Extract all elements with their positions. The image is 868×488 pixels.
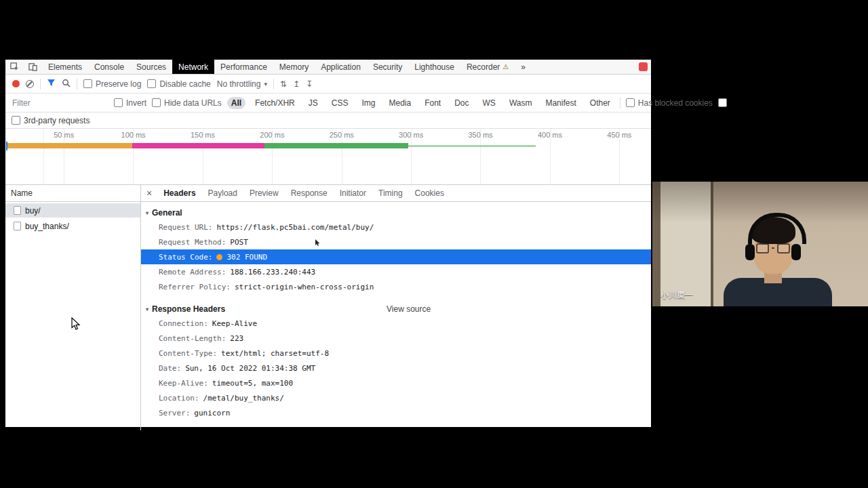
filter-input[interactable]	[11, 98, 108, 108]
header-label: Connection:	[159, 319, 208, 328]
timeline-tick: 250 ms	[307, 131, 376, 139]
devtools-tabbar: Elements Console Sources Network Perform…	[5, 60, 651, 75]
header-label: Location:	[159, 394, 199, 403]
filter-pill-fetch-xhr[interactable]: Fetch/XHR	[251, 97, 299, 109]
filter-pill-js[interactable]: JS	[304, 97, 322, 109]
tab-elements[interactable]: Elements	[42, 60, 88, 74]
tab-network[interactable]: Network	[172, 60, 214, 74]
section-gap	[141, 294, 651, 302]
invert-label: Invert	[126, 98, 146, 108]
third-party-row: 3rd-party requests	[5, 113, 651, 129]
document-icon	[14, 222, 21, 230]
timeline-tick: 450 ms	[585, 131, 651, 139]
export-har-icon[interactable]: ↧	[306, 80, 313, 88]
request-row-buy[interactable]: buy/	[5, 203, 140, 218]
devtools-window: Elements Console Sources Network Perform…	[5, 60, 651, 427]
third-party-checkbox[interactable]: 3rd-party requests	[12, 116, 90, 125]
timeline-ruler: 50 ms 100 ms 150 ms 200 ms 250 ms 300 ms…	[5, 131, 651, 139]
filter-pill-css[interactable]: CSS	[328, 97, 353, 109]
detail-tab-initiator[interactable]: Initiator	[334, 185, 372, 201]
network-filter-bar: Invert Hide data URLs All Fetch/XHR JS C…	[5, 94, 651, 113]
response-headers-section-header[interactable]: ▾ Response Headers View source	[141, 302, 651, 316]
status-code-row[interactable]: Status Code: 302 FOUND	[141, 249, 651, 264]
header-row: Request URL: https://flask.pc5bai.com/me…	[141, 220, 651, 235]
detail-tab-headers[interactable]: Headers	[157, 185, 201, 201]
checkbox-box	[12, 116, 20, 125]
error-badge[interactable]	[639, 62, 648, 71]
detail-tab-timing[interactable]: Timing	[372, 185, 409, 201]
checkbox-box	[718, 98, 727, 107]
filter-pill-ws[interactable]: WS	[479, 97, 500, 109]
hide-data-urls-checkbox[interactable]: Hide data URLs	[152, 98, 222, 108]
header-value: 302 FOUND	[226, 253, 267, 262]
more-tabs-chevron[interactable]: »	[515, 60, 532, 74]
separator	[77, 79, 77, 89]
device-toolbar-icon[interactable]	[24, 60, 42, 74]
checkbox-box	[152, 98, 161, 107]
tab-application[interactable]: Application	[315, 60, 367, 74]
search-icon[interactable]	[62, 79, 71, 89]
clear-button[interactable]	[26, 80, 34, 88]
requests-column-header[interactable]: Name	[5, 185, 140, 202]
tab-sources[interactable]: Sources	[130, 60, 172, 74]
detail-tab-preview[interactable]: Preview	[243, 185, 285, 201]
record-button[interactable]	[12, 80, 20, 87]
inspect-icon[interactable]	[5, 60, 24, 74]
glasses-lens	[756, 243, 769, 253]
detail-tab-payload[interactable]: Payload	[202, 185, 243, 201]
checkbox-box	[147, 79, 156, 88]
header-row: Server: gunicorn	[141, 405, 651, 420]
glasses-lens	[777, 243, 790, 253]
tab-console[interactable]: Console	[88, 60, 130, 74]
filter-pill-font[interactable]: Font	[420, 97, 445, 109]
header-value: https://flask.pc5bai.com/metal/buy/	[216, 223, 374, 232]
header-value: timeout=5, max=100	[212, 379, 293, 388]
waterfall-bar-request	[132, 143, 264, 148]
view-source-button[interactable]: View source	[387, 304, 431, 314]
detail-tab-cookies[interactable]: Cookies	[409, 185, 450, 201]
filter-pill-doc[interactable]: Doc	[450, 97, 473, 109]
throttling-select[interactable]: No throttling ▾	[217, 79, 267, 89]
header-label: Remote Address:	[159, 268, 226, 277]
general-section-header[interactable]: ▾ General	[141, 206, 651, 220]
invert-checkbox[interactable]: Invert	[114, 98, 146, 108]
header-row: Referrer Policy: strict-origin-when-cros…	[141, 279, 651, 294]
filter-pill-all[interactable]: All	[227, 97, 245, 109]
screen: Elements Console Sources Network Perform…	[0, 0, 868, 488]
network-overview[interactable]: 50 ms 100 ms 150 ms 200 ms 250 ms 300 ms…	[5, 129, 651, 185]
request-row-buy-thanks[interactable]: buy_thanks/	[5, 219, 140, 233]
filter-pill-manifest[interactable]: Manifest	[541, 97, 580, 109]
request-detail-panel: × Headers Payload Preview Response Initi…	[141, 185, 651, 430]
network-main: Name buy/ buy_thanks/ × Headers Payload …	[5, 185, 651, 430]
chevron-down-icon: ▾	[264, 81, 267, 87]
tab-lighthouse[interactable]: Lighthouse	[408, 60, 460, 74]
filter-pill-img[interactable]: Img	[357, 97, 379, 109]
disable-cache-label: Disable cache	[159, 79, 210, 89]
disable-cache-checkbox[interactable]: Disable cache	[147, 79, 210, 89]
tab-recorder[interactable]: Recorder ⚠	[460, 60, 515, 74]
requests-panel: Name buy/ buy_thanks/	[5, 185, 141, 430]
filter-toggle-icon[interactable]	[47, 79, 56, 89]
waterfall-bar-response	[264, 143, 408, 148]
network-conditions-icon[interactable]: ⇅	[280, 80, 287, 88]
detail-tab-response[interactable]: Response	[285, 185, 334, 201]
separator	[620, 98, 620, 108]
tab-performance[interactable]: Performance	[214, 60, 273, 74]
header-label: Request Method:	[159, 238, 226, 247]
tab-security[interactable]: Security	[367, 60, 408, 74]
request-name: buy/	[25, 206, 41, 216]
has-blocked-cookies-checkbox[interactable]: Has blocked cookies	[626, 98, 713, 108]
filter-pill-wasm[interactable]: Wasm	[505, 97, 536, 109]
tab-memory[interactable]: Memory	[273, 60, 315, 74]
header-label: Content-Type:	[159, 349, 217, 358]
filter-pill-media[interactable]: Media	[384, 97, 415, 109]
header-row: Date: Sun, 16 Oct 2022 01:34:38 GMT	[141, 361, 651, 375]
blocked-requests-checkbox[interactable]	[718, 98, 727, 107]
close-icon[interactable]: ×	[141, 188, 157, 199]
filter-pill-other[interactable]: Other	[586, 97, 614, 109]
preserve-log-checkbox[interactable]: Preserve log	[83, 79, 141, 89]
import-har-icon[interactable]: ↥	[293, 80, 300, 88]
status-dot-icon	[216, 254, 222, 260]
header-value: text/html; charset=utf-8	[221, 349, 329, 358]
separator	[40, 79, 41, 89]
